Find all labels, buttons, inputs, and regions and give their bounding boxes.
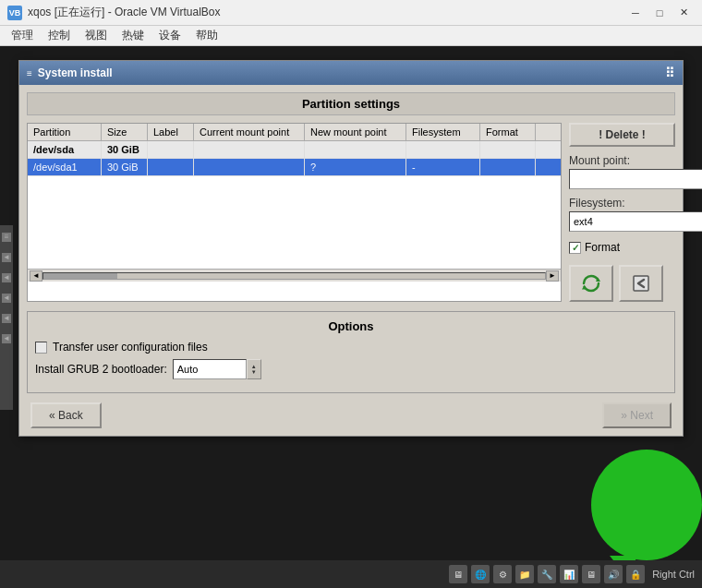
cell-label-1 [148,159,194,175]
col-header-format: Format [480,124,536,140]
maximize-button[interactable]: □ [648,4,671,22]
grub-label: Install GRUB 2 bootloader: [35,363,167,376]
cell-partition-0: /dev/sda [28,141,102,158]
minimize-button[interactable]: ─ [624,4,647,22]
transfer-label: Transfer user configuration files [53,341,208,354]
filesystem-label: Filesystem: [569,197,675,210]
grub-spinner-btn[interactable]: ▲ ▼ [247,359,261,379]
menu-bar: 管理 控制 视图 热键 设备 帮助 [0,26,702,46]
right-panel: ! Delete ! Mount point: ▼ Filesystem: ▼ [569,123,675,302]
cell-format-0 [480,141,536,158]
cell-new-0 [305,141,406,158]
bottom-buttons: « Back » Next [27,402,675,428]
col-header-partition: Partition [28,124,102,140]
taskbar-icon-9[interactable]: 🔒 [626,565,645,583]
right-ctrl-label: Right Ctrl [652,569,695,580]
grub-option-row: Install GRUB 2 bootloader: ▲ ▼ [35,359,667,379]
horizontal-scrollbar: ◄ ► [28,269,561,282]
dialog-icon: ≡ [27,68,32,78]
dialog-title-bar: ≡ System install ⠿ [19,61,683,85]
scroll-right-btn[interactable]: ► [546,270,559,282]
next-button[interactable]: » Next [602,402,672,428]
refresh-button[interactable] [569,265,613,302]
table-empty-space [28,176,561,269]
back-button[interactable]: « Back [30,402,102,428]
options-section: Options Transfer user configuration file… [27,311,675,393]
partition-table: Partition Size Label Current mount point… [27,123,562,302]
taskbar-icon-6[interactable]: 📊 [560,565,578,583]
taskbar-icon-5[interactable]: 🔧 [538,565,556,583]
col-header-new: New mount point [305,124,406,140]
menu-devices[interactable]: 设备 [151,26,188,45]
menu-help[interactable]: 帮助 [188,26,225,45]
grub-select-wrapper: ▲ ▼ [173,359,261,379]
filesystem-input-row: ▼ [569,211,675,232]
taskbar-icon-8[interactable]: 🔊 [604,565,623,583]
menu-manage[interactable]: 管理 [4,26,41,45]
action-buttons-row [569,265,675,302]
cell-new-1: ? [305,159,406,175]
menu-view[interactable]: 视图 [78,26,115,45]
table-row-partition1[interactable]: /dev/sda1 30 GiB ? - [28,159,561,176]
window-title: xqos [正在运行] - Oracle VM VirtualBox [28,5,624,20]
mount-point-input[interactable] [569,169,702,189]
transfer-checkbox[interactable] [35,342,47,354]
back-action-button[interactable] [619,265,663,302]
cell-size-1: 30 GiB [102,159,148,175]
scroll-left-btn[interactable]: ◄ [30,270,42,282]
taskbar-icon-7[interactable]: 🖥 [582,565,600,583]
taskbar-icon-4[interactable]: 📁 [515,565,534,583]
taskbar-icon-3[interactable]: ⚙ [493,565,512,583]
scrollbar-thumb[interactable] [43,273,117,279]
cell-label-0 [148,141,194,158]
cell-size-0: 30 GiB [102,141,148,158]
col-header-size: Size [102,124,148,140]
cell-current-0 [194,141,305,158]
taskbar-icon-1[interactable]: 🖥 [449,565,467,583]
format-row: ✓ Format [569,241,675,254]
grub-input[interactable] [173,359,247,379]
title-bar: VB xqos [正在运行] - Oracle VM VirtualBox ─ … [0,0,702,26]
mount-point-input-row: ▼ [569,169,675,189]
mount-point-label: Mount point: [569,154,675,167]
dialog-menu-icon[interactable]: ⠿ [665,66,675,80]
dialog-content: Partition settings Partition Size Label … [19,85,683,436]
left-indicator: ≡ ◄ ◄ ◄ ◄ ◄ [0,225,13,410]
scrollbar-track[interactable] [42,272,546,280]
format-label: Format [585,241,620,254]
options-header: Options [35,319,667,333]
app-icon: VB [7,6,22,20]
filesystem-input[interactable] [569,211,702,232]
cell-fs-1: - [406,159,480,175]
taskbar: 🖥 🌐 ⚙ 📁 🔧 📊 🖥 🔊 🔒 Right Ctrl [0,560,702,588]
format-checkbox[interactable]: ✓ [569,242,581,254]
table-row-device[interactable]: /dev/sda 30 GiB [28,141,561,159]
window-controls: ─ □ ✕ [624,4,695,22]
close-button[interactable]: ✕ [672,4,695,22]
chat-bubble-decoration [591,450,702,560]
partition-dialog: ≡ System install ⠿ Partition settings Pa… [18,60,684,437]
vm-display-area: ≡ ◄ ◄ ◄ ◄ ◄ ≡ System install ⠿ Partition… [0,46,702,588]
delete-button[interactable]: ! Delete ! [569,123,675,147]
menu-control[interactable]: 控制 [41,26,78,45]
main-layout: Partition Size Label Current mount point… [27,123,675,302]
menu-hotkey[interactable]: 热键 [115,26,151,45]
col-header-current: Current mount point [194,124,305,140]
transfer-option-row: Transfer user configuration files [35,341,667,354]
table-header-row: Partition Size Label Current mount point… [28,124,561,141]
taskbar-icon-2[interactable]: 🌐 [471,565,490,583]
svg-rect-2 [634,276,648,291]
cell-current-1 [194,159,305,175]
cell-partition-1: /dev/sda1 [28,159,102,175]
col-header-fs: Filesystem [406,124,480,140]
partition-settings-header: Partition settings [27,92,675,115]
mount-point-group: Mount point: ▼ [569,154,675,189]
dialog-title: System install [38,66,113,79]
cell-format-1 [480,159,536,175]
col-header-label: Label [148,124,194,140]
cell-fs-0 [406,141,480,158]
filesystem-group: Filesystem: ▼ [569,197,675,232]
